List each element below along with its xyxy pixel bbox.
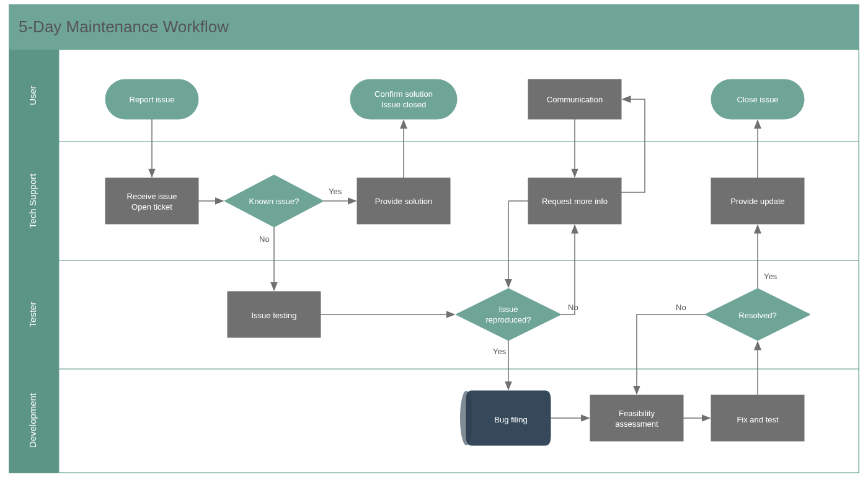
node-report-issue-label: Report issue <box>130 95 175 104</box>
node-confirm-solution[interactable]: Confirm solution Issue closed <box>350 79 457 119</box>
lane-tester: Tester <box>27 302 38 328</box>
node-receive-issue[interactable]: Receive issue Open ticket <box>105 178 198 224</box>
node-provide-solution-label: Provide solution <box>375 197 433 206</box>
node-issue-testing-label: Issue testing <box>252 311 297 320</box>
label-resolved-no: No <box>676 303 686 312</box>
label-known-yes: Yes <box>329 187 342 196</box>
node-close-issue-label: Close issue <box>737 95 778 104</box>
lane-user: User <box>27 86 38 105</box>
node-request-more-info-label: Request more info <box>542 197 608 206</box>
label-resolved-yes: Yes <box>764 272 777 281</box>
node-bug-filing[interactable]: Bug filing <box>460 391 551 445</box>
svg-point-21 <box>460 391 472 445</box>
svg-rect-10 <box>350 79 457 119</box>
node-issue-reproduced-l1: Issue <box>498 305 518 314</box>
node-provide-solution[interactable]: Provide solution <box>357 178 450 224</box>
lane-development: Development <box>27 393 38 448</box>
node-fix-and-test-label: Fix and test <box>737 415 779 424</box>
node-resolved-label: Resolved? <box>738 311 776 320</box>
node-issue-reproduced-l2: reproduced? <box>486 315 531 324</box>
node-fix-and-test[interactable]: Fix and test <box>711 395 804 441</box>
node-feasibility[interactable]: Feasibility assessment <box>590 395 683 441</box>
node-known-issue-label: Known issue? <box>249 197 299 206</box>
node-receive-issue-l2: Open ticket <box>131 202 172 212</box>
node-communication[interactable]: Communication <box>528 79 621 119</box>
label-reproduced-no: No <box>568 303 578 312</box>
node-confirm-solution-l1: Confirm solution <box>374 89 433 99</box>
swimlane-diagram: 5-Day Maintenance Workflow User Tech Sup… <box>0 0 868 477</box>
node-feasibility-l2: assessment <box>615 419 658 429</box>
diagram-title: 5-Day Maintenance Workflow <box>19 17 229 36</box>
node-feasibility-l1: Feasibility <box>619 409 655 418</box>
node-close-issue[interactable]: Close issue <box>711 79 804 119</box>
node-communication-label: Communication <box>547 95 603 104</box>
lane-tech-support: Tech Support <box>27 173 38 228</box>
node-issue-testing[interactable]: Issue testing <box>228 292 321 337</box>
node-confirm-solution-l2: Issue closed <box>381 100 426 109</box>
label-reproduced-yes: Yes <box>493 347 507 356</box>
node-report-issue[interactable]: Report issue <box>105 79 198 119</box>
node-provide-update[interactable]: Provide update <box>711 178 804 224</box>
node-request-more-info[interactable]: Request more info <box>528 178 621 224</box>
node-bug-filing-label: Bug filing <box>494 415 527 424</box>
node-receive-issue-l1: Receive issue <box>127 192 177 201</box>
label-known-no: No <box>259 234 270 244</box>
node-provide-update-label: Provide update <box>730 197 784 206</box>
